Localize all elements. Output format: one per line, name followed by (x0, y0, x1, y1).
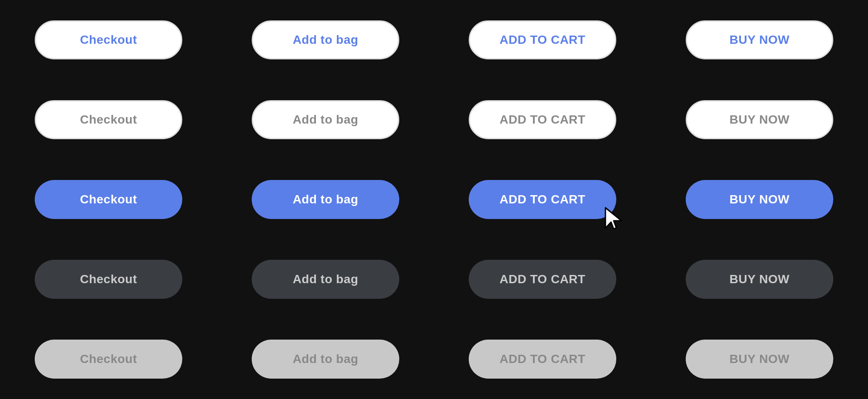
cell-checkout-btn-row4: Checkout (0, 239, 217, 319)
cell-checkout-btn-row1: Checkout (0, 0, 217, 80)
cell-checkout-btn-row5: Checkout (0, 319, 217, 399)
cell-checkout-btn-row2: Checkout (0, 80, 217, 160)
cell-buy-now-btn-row3: BUY NOW (651, 160, 868, 239)
add-to-bag-btn-row1[interactable]: Add to bag (252, 20, 399, 59)
cell-add-to-cart-btn-row1: ADD TO CART (434, 0, 651, 80)
add-to-cart-btn-row5[interactable]: ADD TO CART (469, 340, 616, 379)
buy-now-btn-row2[interactable]: BUY NOW (686, 100, 833, 139)
cell-add-to-cart-btn-row2: ADD TO CART (434, 80, 651, 160)
cell-add-to-bag-btn-row1: Add to bag (217, 0, 434, 80)
cell-buy-now-btn-row2: BUY NOW (651, 80, 868, 160)
buy-now-btn-row1[interactable]: BUY NOW (686, 20, 833, 59)
button-grid: CheckoutAdd to bagADD TO CARTBUY NOWChec… (0, 0, 868, 399)
cell-buy-now-btn-row1: BUY NOW (651, 0, 868, 80)
cell-checkout-btn-row3: Checkout (0, 160, 217, 239)
checkout-btn-row1[interactable]: Checkout (35, 20, 182, 59)
buy-now-btn-row4[interactable]: BUY NOW (686, 260, 833, 299)
cell-buy-now-btn-row5: BUY NOW (651, 319, 868, 399)
cell-add-to-bag-btn-row3: Add to bag (217, 160, 434, 239)
cell-buy-now-btn-row4: BUY NOW (651, 239, 868, 319)
add-to-bag-btn-row2[interactable]: Add to bag (252, 100, 399, 139)
cell-add-to-cart-btn-row3: ADD TO CART (434, 160, 651, 239)
add-to-cart-btn-row4[interactable]: ADD TO CART (469, 260, 616, 299)
add-to-bag-btn-row5[interactable]: Add to bag (252, 340, 399, 379)
add-to-cart-btn-row2[interactable]: ADD TO CART (469, 100, 616, 139)
checkout-btn-row4[interactable]: Checkout (35, 260, 182, 299)
buy-now-btn-row3[interactable]: BUY NOW (686, 180, 833, 219)
add-to-cart-btn-row1[interactable]: ADD TO CART (469, 20, 616, 59)
cell-add-to-bag-btn-row4: Add to bag (217, 239, 434, 319)
cell-add-to-cart-btn-row5: ADD TO CART (434, 319, 651, 399)
cell-add-to-cart-btn-row4: ADD TO CART (434, 239, 651, 319)
cell-add-to-bag-btn-row5: Add to bag (217, 319, 434, 399)
cell-add-to-bag-btn-row2: Add to bag (217, 80, 434, 160)
checkout-btn-row5[interactable]: Checkout (35, 340, 182, 379)
add-to-bag-btn-row4[interactable]: Add to bag (252, 260, 399, 299)
add-to-cart-btn-row3[interactable]: ADD TO CART (469, 180, 616, 219)
checkout-btn-row2[interactable]: Checkout (35, 100, 182, 139)
add-to-bag-btn-row3[interactable]: Add to bag (252, 180, 399, 219)
checkout-btn-row3[interactable]: Checkout (35, 180, 182, 219)
buy-now-btn-row5[interactable]: BUY NOW (686, 340, 833, 379)
